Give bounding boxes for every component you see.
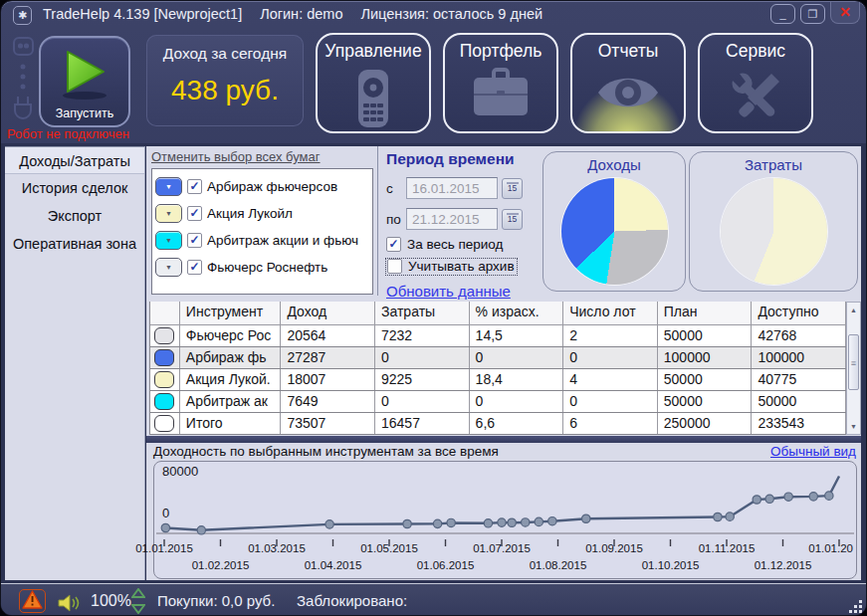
row-color-cell [150,325,180,346]
refresh-data-link[interactable]: Обновить данные [386,283,511,300]
start-robot-button[interactable]: Запустить [39,36,130,127]
table-header-cell[interactable]: Затраты [375,302,470,324]
speaker-icon[interactable] [58,591,82,616]
instrument-checkbox[interactable]: ✓ [187,233,202,248]
app-window: ✱ TradeHelp 4.139 [Newproject1]Логин: de… [0,0,867,616]
income-today-panel: Доход за сегодня 438 руб. [146,35,304,126]
whole-period-checkbox[interactable]: ✓ [386,237,401,252]
sidebar-item[interactable]: Экспорт [5,202,144,230]
table-row[interactable]: Арбираж фь27287000100000100000 [150,347,846,369]
color-picker-button[interactable]: ▼ [155,177,182,196]
row-color-swatch [154,327,174,344]
instrument-checkbox[interactable]: ✓ [187,260,202,275]
table-cell: Итого [180,413,282,434]
table-cell: 27287 [281,347,375,368]
income-pie-title: Доходы [543,156,685,173]
close-button[interactable]: ✕ [830,2,860,24]
color-picker-button[interactable]: ▼ [155,231,182,250]
x-axis-tick-label: 01.08.2015 [530,559,587,571]
nav-button-control[interactable]: Управление [316,33,431,133]
table-row[interactable]: Арбитраж ак76490005000050000 [150,391,846,413]
table-header-cell[interactable]: План [658,302,753,324]
table-header-cell[interactable]: Доход [281,302,375,324]
income-pie-panel: Доходы [542,151,686,292]
date-from-input[interactable] [406,177,498,199]
table-cell: 0 [375,391,470,412]
table-scrollbar[interactable]: ▲ ≡ ▼ [846,302,861,435]
table-cell: Фьючерс Рос [180,325,282,346]
table-header-cell [150,302,180,324]
include-archive-checkbox[interactable] [387,259,402,274]
minimize-button[interactable]: _ [770,4,795,24]
table-cell: 18007 [281,369,375,390]
scroll-up-icon[interactable]: ▲ [847,303,860,317]
warning-icon[interactable] [19,589,46,613]
data-point [484,519,492,527]
instrument-checkbox[interactable]: ✓ [187,206,202,221]
color-picker-button[interactable]: ▼ [155,204,182,223]
x-axis-tick-label: 01.12.2015 [755,559,812,571]
resize-grip[interactable] [848,599,862,613]
color-picker-button[interactable]: ▼ [155,258,182,277]
data-point [498,518,506,526]
nav-label: Отчеты [572,41,684,62]
row-color-swatch [154,349,174,366]
income-pie-chart [561,178,668,285]
scrollbar-thumb[interactable]: ≡ [848,334,859,390]
x-axis-tick-label: 01.02.2015 [192,559,250,571]
period-title: Период времени [386,150,539,168]
table-header-cell[interactable]: Число лот [563,302,658,324]
calendar-icon[interactable]: 15 [502,178,523,199]
instrument-row: ▼✓Акция Лукойл [155,200,369,227]
nav-button-reports[interactable]: Отчеты [570,33,686,133]
instrument-row: ▼✓Арбитраж акции и фьюч [155,227,369,254]
data-point [161,523,169,531]
sidebar-item[interactable]: Оперативная зона [5,230,144,258]
y-axis-tick-max: 80000 [162,464,198,479]
status-bar: 100% Покупки: 0,0 руб. Заблокировано: [1,583,866,616]
table-row[interactable]: Фьючерс Рос20564723214,525000042768 [150,325,846,347]
clear-selection-link[interactable]: Отменить выбор всех бумаг [151,149,321,164]
table-cell: 42768 [752,325,846,346]
start-button-label: Запустить [41,106,128,120]
data-point [325,520,333,528]
table-header-cell[interactable]: Доступно [752,302,846,324]
data-point [784,493,792,501]
data-point [197,526,205,534]
main-toolbar: Запустить Робот не подключен Доход за се… [1,29,866,143]
calendar-icon[interactable]: 15 [502,209,523,230]
data-point [522,518,530,526]
date-to-input[interactable] [406,208,498,230]
table-row[interactable]: Акция Лукой.18007922518,445000040775 [150,369,846,391]
app-menu-icon[interactable]: ✱ [13,6,32,25]
table-row[interactable]: Итого73507164576,66250000233543 [150,413,846,435]
sidebar-item[interactable]: История сделок [5,174,144,202]
data-point [403,519,411,527]
table-cell: 0 [563,347,658,368]
row-color-cell [150,413,180,434]
nav-label: Сервис [700,41,811,62]
table-cell: 233543 [752,413,846,434]
instrument-checkbox[interactable]: ✓ [187,179,202,194]
data-point [825,492,833,500]
nav-button-service[interactable]: Сервис [698,33,813,133]
play-icon [68,52,104,92]
table-header-cell[interactable]: Инструмент [180,302,282,324]
data-point [765,495,773,503]
robot-status-text: Робот не подключен [7,126,129,141]
row-color-cell [150,369,180,390]
scroll-down-icon[interactable]: ▼ [847,419,860,434]
restore-button[interactable]: ❐ [800,4,825,24]
app-title: TradeHelp 4.139 [Newproject1] [43,6,242,22]
reports-panel: Отменить выбор всех бумаг ▼✓Арбираж фьюч… [146,146,861,580]
table-cell: 50000 [752,391,846,412]
x-axis-tick-label: 01.11.2015 [699,542,756,554]
nav-button-portfolio[interactable]: Портфель [443,33,558,133]
table-cell: 0 [470,347,564,368]
sidebar-item[interactable]: Доходы/Затраты [5,146,144,174]
data-point [809,493,817,501]
normal-view-link[interactable]: Обычный вид [770,444,856,459]
income-today-label: Доход за сегодня [146,45,304,63]
volume-stepper[interactable] [131,588,145,615]
table-header-cell[interactable]: % израсх. [470,302,564,324]
